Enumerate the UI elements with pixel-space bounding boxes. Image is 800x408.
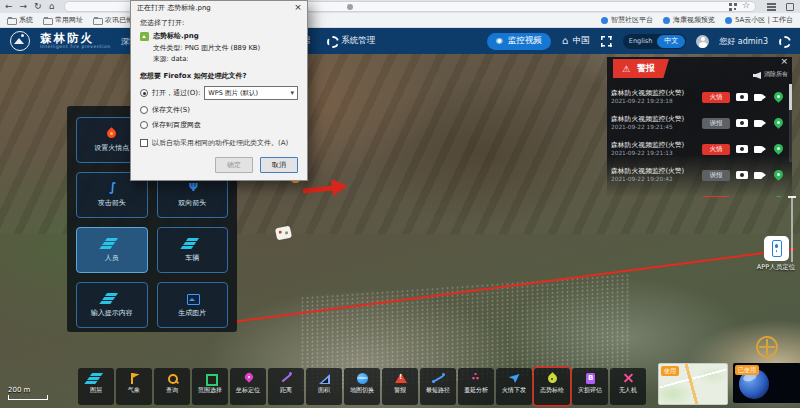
close-icon[interactable]: × [291,1,305,14]
screen: ← → ↻ ⌂ 系统 常用网址 农讯已修表 - 神童 [0,0,800,408]
cancel-button[interactable]: 取消 [260,157,298,173]
basemap-tile[interactable]: 使用 [658,363,728,405]
snapshot-camera-icon[interactable] [736,143,748,155]
tool-label: 坐标定位 [236,387,260,394]
bookmark-star-icon[interactable] [742,2,751,11]
map-tool-button[interactable]: 气象 [116,368,152,405]
tool-label: 查询 [166,387,178,394]
video-camera-icon[interactable] [754,143,766,155]
open-with-option[interactable]: 打开，通过(O): WPS 图片 (默认) ▾ [140,86,298,100]
lang-english[interactable]: English [624,36,657,47]
basemap-tile[interactable]: 已使用 [733,363,800,403]
warning-icon [394,372,407,385]
map-tool-button[interactable]: 警报 [382,368,418,405]
map-tool-button[interactable]: 图层 [78,368,114,405]
weather-icon [128,372,141,385]
remember-option[interactable]: 以后自动采用相同的动作处理此类文件。(A) [140,138,298,148]
close-icon[interactable]: × [780,57,788,66]
location-pin-icon[interactable] [772,195,784,197]
bookmark-item[interactable]: 智慧社区平台 [601,15,653,25]
alarm-row-title: 森林防火视频监控(火警) [611,167,698,176]
location-pin-icon[interactable] [772,169,784,181]
app-person-locate-badge[interactable]: APP人员定位 [750,236,800,272]
sidebar-list-icon[interactable] [766,1,777,12]
save-cloud-label: 保存到百度网盘 [152,120,201,130]
alarm-status-button[interactable]: 火情 [702,196,730,198]
open-with-dropdown[interactable]: WPS 图片 (默认) ▾ [204,86,298,100]
radio-save-cloud[interactable] [140,121,148,129]
map-tool-button[interactable]: 范围选择 [192,368,228,405]
video-camera-icon[interactable] [754,91,766,103]
bookmark-item[interactable]: 5A云小区 | 工作台 [725,15,793,25]
distance-icon [280,372,293,385]
radio-open-with[interactable] [140,89,148,97]
save-cloud-option[interactable]: 保存到百度网盘 [140,120,298,130]
tool-label: 双向箭头 [178,198,206,208]
location-pin-icon[interactable] [772,91,784,103]
map-tool-button[interactable]: 地图切换 [344,368,380,405]
bookmark-item[interactable]: 海康视频预览 [663,15,715,25]
bookmark-item[interactable]: 常用网址 [43,15,83,25]
qr-code-icon[interactable] [729,3,737,11]
video-camera-icon[interactable] [754,195,766,197]
map-tool-button[interactable]: 面积 [306,368,342,405]
bookmarks-bar: 系统 常用网址 农讯已修表 - 神童 智慧社区平台 海康视频预览 [0,13,800,28]
save-file-option[interactable]: 保存文件(S) [140,105,298,115]
ok-button[interactable]: 确定 [215,157,253,173]
location-pin-icon[interactable] [772,143,784,155]
radio-save-file[interactable] [140,106,148,114]
alarm-status-button[interactable]: 火情 [702,144,730,155]
map-tool-button[interactable]: 态势标绘 [534,368,570,405]
map-tool-button[interactable]: 无人机 [610,368,646,405]
alarm-status-button[interactable]: 误报 [702,170,730,181]
mute-all-button[interactable]: 消除所有 [752,69,788,80]
monitor-video-label: 监控视频 [508,35,542,47]
scale-label: 200 m [8,386,30,394]
fork-icon [186,182,199,195]
alarm-row-main: 森林防火视频监控(火警) 2021-09-22 19:20:42 [611,167,698,183]
map-tool-button[interactable]: 蔓延分析 [458,368,494,405]
country-selector[interactable]: 中国 [561,35,590,47]
map-tool-button[interactable]: 坐标定位 [230,368,266,405]
tool-label: 距离 [280,387,292,394]
settings-gear-icon[interactable] [778,35,790,47]
location-pin-icon[interactable] [772,117,784,129]
map-tool-button[interactable]: 火情下发 [496,368,532,405]
bookmark-label: 5A云小区 | 工作台 [735,15,793,25]
snapshot-camera-icon[interactable] [736,117,748,129]
basemap-badge: 已使用 [735,365,759,375]
alarm-scrollbar[interactable] [789,84,792,162]
fullscreen-icon[interactable] [600,35,613,48]
back-icon[interactable]: ← [5,2,13,11]
dialog-titlebar[interactable]: 正在打开 态势标绘.png × [131,1,307,14]
snapshot-camera-icon[interactable] [736,169,748,181]
language-toggle[interactable]: English 中文 [623,34,686,49]
forward-icon[interactable]: → [20,2,28,11]
plot-tool-button[interactable]: 车辆 [157,227,229,273]
plot-tool-button[interactable]: 输入提示内容 [76,282,148,328]
remember-checkbox[interactable] [140,139,148,147]
dialog-title: 正在打开 态势标绘.png [137,3,291,13]
extensions-icon[interactable] [784,1,795,12]
plot-tool-button[interactable]: 生成图片 [157,282,229,328]
nav-menu-item[interactable]: 系统管理 [326,35,375,47]
snapshot-camera-icon[interactable] [736,195,748,197]
home-icon[interactable]: ⌂ [49,2,55,11]
compass-control[interactable] [756,336,778,358]
monitor-video-button[interactable]: 监控视频 [487,33,551,50]
map-tool-button[interactable]: 距离 [268,368,304,405]
bookmark-item[interactable]: 系统 [7,15,33,25]
map-tool-button[interactable]: 灾损评估 [572,368,608,405]
map-tool-button[interactable]: 查询 [154,368,190,405]
reload-icon[interactable]: ↻ [34,2,42,11]
video-camera-icon[interactable] [754,117,766,129]
snapshot-camera-icon[interactable] [736,91,748,103]
site-info-icon[interactable] [347,4,353,10]
map-tool-button[interactable]: 最短路径 [420,368,456,405]
alarm-status-button[interactable]: 火情 [702,92,730,103]
alarm-status-button[interactable]: 误报 [702,118,730,129]
plot-tool-button[interactable]: 人员 [76,227,148,273]
user-avatar[interactable] [696,35,709,48]
lang-chinese[interactable]: 中文 [657,35,685,48]
video-camera-icon[interactable] [754,169,766,181]
